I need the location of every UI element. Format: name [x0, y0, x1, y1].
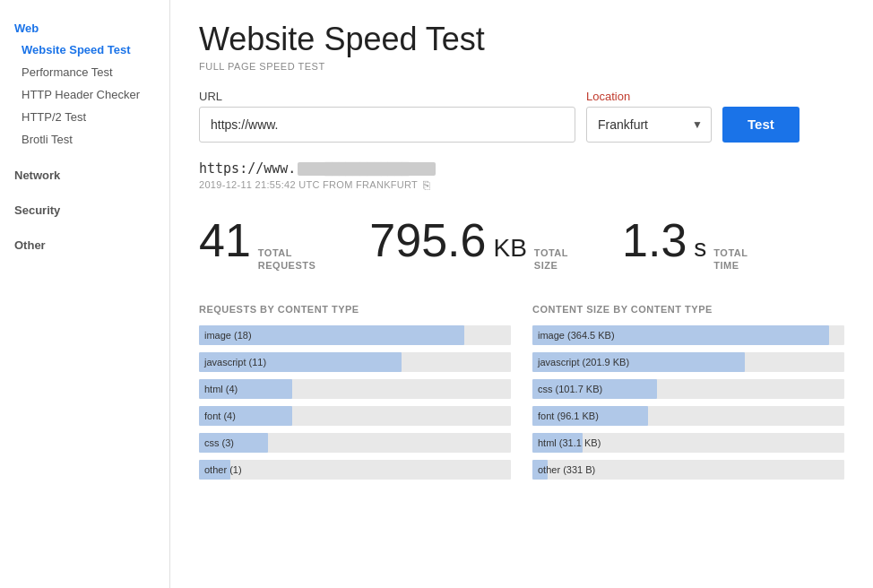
bar-fill: css (101.7 KB) [532, 379, 657, 399]
share-icon[interactable]: ⎘ [423, 178, 430, 192]
bar-track: font (4) [199, 406, 511, 426]
bar-fill: font (96.1 KB) [532, 406, 648, 426]
bar-item: javascript (201.9 KB) [532, 352, 844, 372]
bar-item: other (1) [199, 460, 511, 480]
location-select-wrapper: Frankfurt London New York San Francisco … [586, 107, 712, 143]
stat-size-label: TOTALSIZE [534, 246, 568, 272]
sidebar-item-performance-test[interactable]: Performance Test [0, 61, 169, 83]
requests-chart-section: REQUESTS BY CONTENT TYPE image (18)javas… [199, 304, 511, 487]
requests-bars: image (18)javascript (11)html (4)font (4… [199, 325, 511, 480]
charts-row: REQUESTS BY CONTENT TYPE image (18)javas… [199, 304, 844, 487]
bar-track: other (331 B) [532, 460, 844, 480]
bar-item: font (96.1 KB) [532, 406, 844, 426]
sidebar-category-other: Other [0, 231, 169, 255]
url-input[interactable] [199, 107, 575, 143]
size-chart-section: CONTENT SIZE BY CONTENT TYPE image (364.… [532, 304, 844, 487]
bar-track: html (4) [199, 379, 511, 399]
stat-size-unit: KB [494, 234, 527, 263]
bar-track: css (3) [199, 433, 511, 453]
stat-size-number: 795.6 [369, 217, 486, 264]
bar-item: css (101.7 KB) [532, 379, 844, 399]
stat-requests-number: 41 [199, 217, 251, 264]
bar-track: image (364.5 KB) [532, 325, 844, 345]
bar-item: other (331 B) [532, 460, 844, 480]
page-subtitle: FULL PAGE SPEED TEST [199, 61, 844, 72]
bar-track: css (101.7 KB) [532, 379, 844, 399]
size-chart-title: CONTENT SIZE BY CONTENT TYPE [532, 304, 844, 315]
bar-track: javascript (201.9 KB) [532, 352, 844, 372]
bar-item: font (4) [199, 406, 511, 426]
stat-requests-label: TOTALREQUESTS [258, 246, 316, 272]
test-button[interactable]: Test [722, 107, 800, 143]
input-row: URL Location Frankfurt London New York S… [199, 90, 844, 143]
sidebar-category-network: Network [0, 161, 169, 186]
bar-item: html (31.1 KB) [532, 433, 844, 453]
size-bars: image (364.5 KB)javascript (201.9 KB)css… [532, 325, 844, 480]
stat-requests: 41 TOTALREQUESTS [199, 217, 315, 272]
bar-fill: html (4) [199, 379, 292, 399]
sidebar: Web Website Speed Test Performance Test … [0, 0, 170, 588]
url-label: URL [199, 90, 575, 103]
bar-track: html (31.1 KB) [532, 433, 844, 453]
location-group: Location Frankfurt London New York San F… [586, 90, 712, 143]
bar-item: javascript (11) [199, 352, 511, 372]
bar-track: image (18) [199, 325, 511, 345]
bar-track: javascript (11) [199, 352, 511, 372]
main-content: Website Speed Test FULL PAGE SPEED TEST … [170, 0, 873, 588]
bar-track: font (96.1 KB) [532, 406, 844, 426]
bar-fill: other (1) [199, 460, 230, 480]
bar-item: image (18) [199, 325, 511, 345]
stat-time-number: 1.3 [622, 217, 687, 264]
bar-fill: font (4) [199, 406, 292, 426]
bar-fill: image (18) [199, 325, 464, 345]
location-select[interactable]: Frankfurt London New York San Francisco … [586, 107, 712, 143]
sidebar-item-brotli-test[interactable]: Brotli Test [0, 128, 169, 151]
url-group: URL [199, 90, 575, 143]
page-title: Website Speed Test [199, 22, 844, 57]
bar-fill: html (31.1 KB) [532, 433, 583, 453]
bar-fill: javascript (11) [199, 352, 402, 372]
bar-fill: image (364.5 KB) [532, 325, 829, 345]
stat-size: 795.6 KB TOTALSIZE [369, 217, 568, 272]
bar-item: image (364.5 KB) [532, 325, 844, 345]
sidebar-category-security: Security [0, 196, 169, 220]
sidebar-item-http2-test[interactable]: HTTP/2 Test [0, 106, 169, 128]
bar-track: other (1) [199, 460, 511, 480]
stat-time-unit: s [694, 234, 706, 263]
bar-fill: css (3) [199, 433, 268, 453]
bar-fill: javascript (201.9 KB) [532, 352, 745, 372]
requests-chart-title: REQUESTS BY CONTENT TYPE [199, 304, 511, 315]
location-label: Location [586, 90, 712, 103]
bar-item: css (3) [199, 433, 511, 453]
stat-time-label: TOTALTIME [713, 246, 748, 272]
result-url: https://www.████████████ [199, 160, 844, 177]
sidebar-item-http-header-checker[interactable]: HTTP Header Checker [0, 83, 169, 106]
result-meta: 2019-12-11 21:55:42 UTC FROM FRANKFURT ⎘ [199, 178, 844, 192]
sidebar-category-web: Web [0, 14, 169, 39]
bar-item: html (4) [199, 379, 511, 399]
bar-fill: other (331 B) [532, 460, 548, 480]
sidebar-item-website-speed-test[interactable]: Website Speed Test [0, 39, 169, 61]
stats-row: 41 TOTALREQUESTS 795.6 KB TOTALSIZE 1.3 … [199, 217, 844, 272]
stat-time: 1.3 s TOTALTIME [622, 217, 748, 272]
